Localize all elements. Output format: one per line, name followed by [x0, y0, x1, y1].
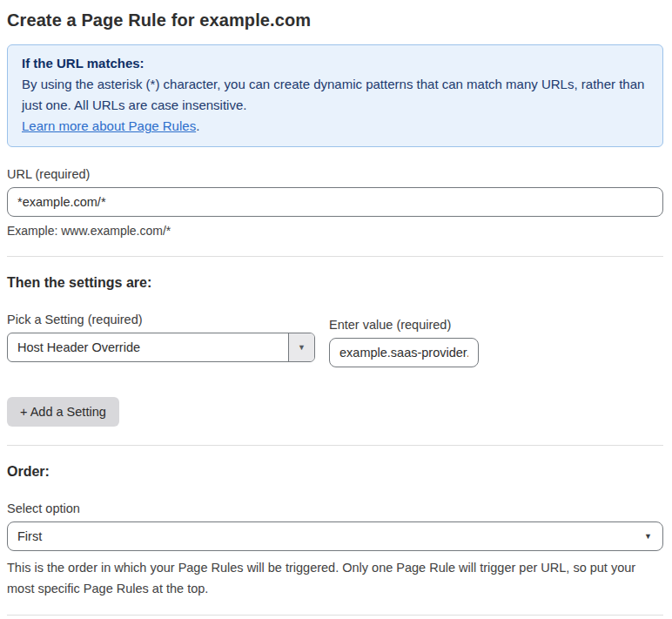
url-field-label: URL (required) — [7, 167, 663, 181]
divider — [7, 445, 663, 446]
learn-more-page-rules-link[interactable]: Learn more about Page Rules — [22, 118, 196, 133]
pick-setting-select[interactable]: Host Header Override ▼ — [7, 333, 315, 362]
add-setting-button[interactable]: + Add a Setting — [7, 397, 119, 427]
link-period: . — [196, 118, 199, 133]
order-section-heading: Order: — [7, 464, 663, 480]
order-select[interactable]: First ▼ — [7, 521, 663, 551]
pick-setting-column: Pick a Setting (required) Host Header Ov… — [7, 313, 315, 362]
pick-setting-arrow-button[interactable]: ▼ — [288, 333, 314, 361]
url-matches-info-box: If the URL matches: By using the asteris… — [7, 44, 663, 147]
enter-value-column: Enter value (required) — [329, 318, 479, 367]
chevron-down-icon: ▼ — [298, 343, 306, 352]
divider — [7, 615, 663, 616]
divider — [7, 256, 663, 257]
info-box-body-text: By using the asterisk (*) character, you… — [22, 77, 644, 112]
order-description: This is the order in which your Page Rul… — [7, 557, 663, 599]
setting-value-input[interactable] — [329, 338, 479, 367]
pick-setting-selected-value: Host Header Override — [8, 333, 288, 361]
create-page-rule-form: Create a Page Rule for example.com If th… — [0, 0, 672, 619]
chevron-down-icon: ▼ — [644, 532, 652, 541]
pick-setting-label: Pick a Setting (required) — [7, 313, 315, 326]
enter-value-label: Enter value (required) — [329, 318, 479, 332]
order-selected-value: First — [17, 529, 42, 543]
setting-row: Pick a Setting (required) Host Header Ov… — [7, 313, 663, 367]
info-box-heading: If the URL matches: — [22, 53, 648, 74]
info-box-body: By using the asterisk (*) character, you… — [22, 74, 648, 116]
url-helper-text: Example: www.example.com/* — [7, 224, 663, 238]
url-input[interactable] — [7, 187, 663, 217]
order-select-label: Select option — [7, 501, 663, 515]
page-title: Create a Page Rule for example.com — [7, 10, 663, 30]
settings-section-heading: Then the settings are: — [7, 275, 663, 291]
info-box-link-row: Learn more about Page Rules. — [22, 116, 648, 137]
